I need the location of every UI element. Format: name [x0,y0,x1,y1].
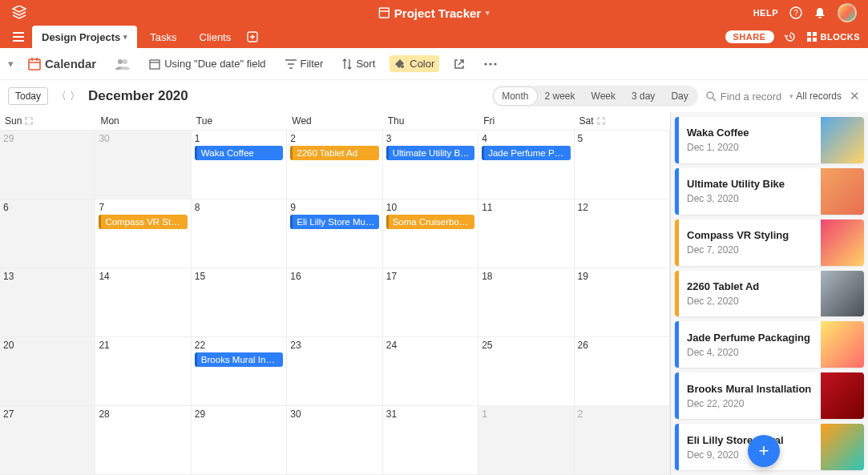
tab-clients[interactable]: Clients [190,26,241,48]
search-icon [706,91,717,102]
day-cell[interactable]: 12 [575,199,670,268]
day-cell[interactable]: 1Waka Coffee [192,131,287,199]
tab-tasks[interactable]: Tasks [140,26,186,48]
day-cell[interactable]: 11 [478,199,574,268]
add-tab-button[interactable] [244,31,261,42]
view-switcher[interactable]: Calendar [23,54,101,73]
day-cell[interactable]: 29 [192,406,287,475]
hamburger-icon[interactable] [8,28,29,46]
record-card[interactable]: Jade Perfume PackagingDec 4, 2020 [675,321,864,368]
day-cell[interactable]: 22260 Tablet Ad [287,131,382,199]
day-cell[interactable]: 3Ultimate Utility Bike [383,131,478,199]
day-cell[interactable]: 16 [287,268,382,337]
share-view-button[interactable] [449,56,470,72]
day-cell[interactable]: 28 [95,406,191,475]
day-cell[interactable]: 29 [0,131,95,199]
range-month[interactable]: Month [494,87,536,105]
day-cell[interactable]: 22Brooks Mural Inst… [192,337,287,406]
card-date: Dec 3, 2020 [687,193,813,204]
day-cell[interactable]: 31 [383,406,478,475]
date-field-button[interactable]: Using "Due date" field [144,55,270,72]
range-week[interactable]: Week [583,87,624,105]
day-cell[interactable]: 14 [95,268,191,337]
day-number: 28 [99,409,187,420]
day-cell[interactable]: 25 [478,337,574,406]
day-cell[interactable]: 17 [383,268,478,337]
event-pill[interactable]: Ultimate Utility Bike [386,146,474,160]
blocks-button[interactable]: BLOCKS [806,31,860,42]
card-title: Jade Perfume Packaging [687,332,813,344]
card-date: Dec 4, 2020 [687,347,813,358]
find-record[interactable]: Find a record [706,91,782,103]
records-sidebar[interactable]: Waka CoffeeDec 1, 2020Ultimate Utility B… [671,112,868,475]
help-icon[interactable]: ? [789,6,802,19]
close-sidebar-button[interactable]: ✕ [850,89,860,103]
day-number: 19 [578,271,666,282]
bell-icon[interactable] [813,6,826,19]
color-button[interactable]: Color [390,55,439,72]
sort-button[interactable]: Sort [337,55,380,72]
day-cell[interactable]: 2 [575,406,670,475]
day-number: 29 [3,133,91,144]
record-card[interactable]: Waka CoffeeDec 1, 2020 [675,117,864,163]
day-cell[interactable]: 10Soma Cruiserboard [383,199,478,268]
day-cell[interactable]: 5 [575,131,670,199]
day-cell[interactable]: 7Compass VR Styli… [95,199,191,268]
day-cell[interactable]: 30 [287,406,382,475]
tab-label: Clients [200,31,232,43]
day-cell[interactable]: 26 [575,337,670,406]
filter-button[interactable]: Filter [281,55,329,72]
views-dropdown[interactable]: ▾ [8,58,14,70]
share-button[interactable]: SHARE [725,30,774,43]
event-pill[interactable]: Compass VR Styli… [99,215,187,229]
day-cell[interactable]: 4Jade Perfume Pac… [478,131,574,199]
day-cell[interactable]: 1 [478,406,574,475]
day-number: 4 [482,133,570,144]
sort-icon [342,58,352,70]
avatar[interactable] [838,3,857,22]
day-cell[interactable]: 24 [383,337,478,406]
tab-label: Tasks [150,31,176,43]
day-cell[interactable]: 13 [0,268,95,337]
range-3-day[interactable]: 3 day [624,87,663,105]
day-cell[interactable]: 9Eli Lilly Store Mural [287,199,382,268]
expand-icon [25,117,33,125]
record-card[interactable]: 2260 Tablet AdDec 2, 2020 [675,271,864,317]
history-icon[interactable] [784,30,797,43]
day-cell[interactable]: 27 [0,406,95,475]
range-day[interactable]: Day [663,87,696,105]
range-2-week[interactable]: 2 week [537,87,583,105]
base-title[interactable]: Project Tracker ▾ [378,6,490,20]
tab-design-projects[interactable]: Design Projects▾ [32,26,137,48]
prev-month-button[interactable]: 〈 [56,89,67,103]
event-pill[interactable]: 2260 Tablet Ad [290,146,378,160]
record-card[interactable]: Brooks Mural InstallationDec 22, 2020 [675,372,864,419]
add-record-fab[interactable]: + [748,435,780,467]
day-cell[interactable]: 20 [0,337,95,406]
day-cell[interactable]: 18 [478,268,574,337]
day-cell[interactable]: 23 [287,337,382,406]
day-cell[interactable]: 8 [192,199,287,268]
event-pill[interactable]: Eli Lilly Store Mural [290,215,378,229]
day-cell[interactable]: 21 [95,337,191,406]
next-month-button[interactable]: 〉 [70,89,80,103]
base-title-text: Project Tracker [394,6,481,20]
day-cell[interactable]: 6 [0,199,95,268]
event-pill[interactable]: Jade Perfume Pac… [482,146,570,160]
day-cell[interactable]: 30 [95,131,191,199]
record-card[interactable]: Compass VR StylingDec 7, 2020 [675,219,864,266]
today-button[interactable]: Today [8,87,48,105]
day-number: 15 [195,271,283,282]
event-pill[interactable]: Soma Cruiserboard [386,215,474,229]
day-cell[interactable]: 15 [192,268,287,337]
help-link[interactable]: HELP [753,8,778,18]
record-card[interactable]: Ultimate Utility BikeDec 3, 2020 [675,168,864,215]
day-cell[interactable]: 19 [575,268,670,337]
event-pill[interactable]: Waka Coffee [195,146,283,160]
more-button[interactable] [479,60,502,68]
all-records-dropdown[interactable]: ▾ All records [789,91,842,102]
app-logo-icon[interactable] [11,6,27,20]
collaborators-button[interactable] [111,56,135,72]
event-pill[interactable]: Brooks Mural Inst… [195,352,283,367]
card-title: Waka Coffee [687,127,813,139]
